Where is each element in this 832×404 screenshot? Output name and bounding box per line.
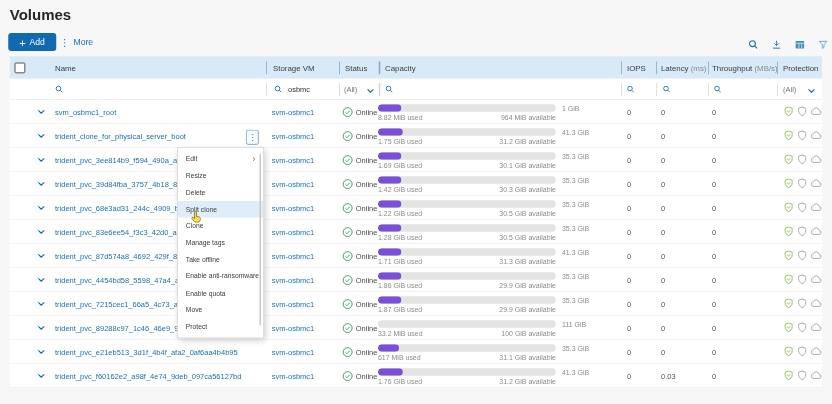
row-expand-chevron-icon[interactable] — [37, 348, 46, 357]
capacity-bar — [378, 105, 556, 112]
column-header-protection[interactable]: Protection — [783, 63, 818, 72]
name-filter-search-icon[interactable] — [55, 85, 64, 94]
status-filter-chevron-icon[interactable] — [366, 86, 375, 95]
throughput-filter-search-icon[interactable] — [713, 85, 722, 94]
throughput-value: 0 — [712, 324, 716, 332]
volume-name-link[interactable]: svm_osbmc1_root — [55, 108, 116, 116]
status-online-icon — [342, 131, 353, 142]
protection-icons — [783, 274, 822, 285]
storage-vm-link[interactable]: svm-osbmc1 — [272, 324, 315, 332]
menu-item-edit[interactable]: Edit› — [178, 151, 264, 168]
menu-item-manage-tags[interactable]: Manage tags — [178, 234, 264, 251]
row-expand-chevron-icon[interactable] — [37, 108, 46, 117]
menu-item-resize[interactable]: Resize — [178, 167, 264, 184]
search-icon[interactable] — [748, 39, 759, 50]
table-row: trident_pvc_39d84fba_3757_4b18_8210svm-o… — [10, 172, 822, 196]
column-header-name[interactable]: Name — [55, 63, 76, 72]
row-expand-chevron-icon[interactable] — [37, 156, 46, 165]
capacity-total: 111 GiB — [562, 321, 586, 329]
table-header: Name Storage VM Status Capacity IOPS Lat… — [10, 56, 822, 79]
filter-icon[interactable] — [818, 39, 829, 50]
select-all-checkbox[interactable] — [14, 62, 25, 73]
volume-name-link[interactable]: trident_pvc_e21eb513_3d1f_4b4f_afa2_0af6… — [55, 348, 238, 356]
row-expand-chevron-icon[interactable] — [37, 228, 46, 237]
storage-vm-filter-search-icon[interactable] — [274, 85, 283, 94]
menu-item-delete[interactable]: Delete — [178, 184, 264, 201]
menu-item-take-offline[interactable]: Take offline — [178, 251, 264, 268]
iops-value: 0 — [627, 276, 631, 284]
shield-icon — [797, 130, 808, 141]
shield-icon — [797, 202, 808, 213]
volume-name-link[interactable]: trident_pvc_89288c97_1c46_46e9_9667 — [55, 324, 191, 332]
latency-filter-search-icon[interactable] — [662, 85, 671, 94]
status-label: Online — [356, 252, 378, 260]
column-header-storage-vm[interactable]: Storage VM — [273, 63, 315, 72]
table-row: trident_pvc_3ee814b9_f594_490a_a245_svm-… — [10, 148, 822, 172]
capacity-available: 31.2 GiB available — [378, 138, 556, 146]
menu-scrollbar[interactable] — [259, 154, 261, 326]
storage-vm-link[interactable]: svm-osbmc1 — [272, 252, 315, 260]
storage-vm-link[interactable]: svm-osbmc1 — [272, 180, 315, 188]
row-expand-chevron-icon[interactable] — [37, 300, 46, 309]
table-row: trident_pvc_87d574a8_4692_429f_82b6svm-o… — [10, 244, 822, 268]
capacity-total: 35.3 GiB — [562, 297, 589, 305]
cloud-icon — [810, 346, 821, 357]
row-expand-chevron-icon[interactable] — [37, 252, 46, 261]
table-row: svm_osbmc1_rootsvm-osbmc1Online1 GiB8.82… — [10, 100, 822, 124]
column-header-capacity[interactable]: Capacity — [385, 63, 416, 72]
protection-filter-dropdown[interactable]: (All) — [783, 86, 796, 94]
menu-item-protect[interactable]: Protect — [178, 318, 264, 335]
volume-name-link[interactable]: trident_pvc_39d84fba_3757_4b18_8210 — [55, 180, 190, 188]
row-context-menu: Edit›ResizeDeleteSplit cloneCloneManage … — [177, 147, 264, 338]
storage-vm-link[interactable]: svm-osbmc1 — [272, 348, 315, 356]
submenu-arrow-icon: › — [252, 155, 255, 164]
row-expand-chevron-icon[interactable] — [37, 132, 46, 141]
storage-vm-link[interactable]: svm-osbmc1 — [272, 204, 315, 212]
row-expand-chevron-icon[interactable] — [37, 180, 46, 189]
protection-filter-chevron-icon[interactable] — [807, 86, 816, 95]
storage-vm-link[interactable]: svm-osbmc1 — [272, 228, 315, 236]
column-header-iops[interactable]: IOPS — [627, 63, 646, 72]
volume-name-link[interactable]: trident_pvc_7215cec1_66a5_4c73_a93c_ — [55, 300, 194, 308]
volume-name-link[interactable]: trident_pvc_3ee814b9_f594_490a_a245_ — [55, 156, 194, 164]
storage-vm-link[interactable]: svm-osbmc1 — [272, 372, 315, 380]
volume-name-link[interactable]: trident_pvc_83e6ee54_f3c3_42d0_a392_ — [55, 228, 193, 236]
row-expand-chevron-icon[interactable] — [37, 324, 46, 333]
capacity-bar — [378, 225, 556, 232]
volume-name-link[interactable]: trident_pvc_4454bd58_5598_47a4_ad6a — [55, 276, 192, 284]
iops-filter-search-icon[interactable] — [626, 85, 635, 94]
status-online-icon — [342, 155, 353, 166]
column-header-latency[interactable]: Latency (ms) — [661, 63, 707, 72]
volume-name-link[interactable]: trident_pvc_87d574a8_4692_429f_82b6 — [55, 252, 190, 260]
column-header-status[interactable]: Status — [345, 63, 367, 72]
storage-vm-link[interactable]: svm-osbmc1 — [272, 132, 315, 140]
storage-vm-filter-input[interactable]: osbmc — [288, 86, 310, 94]
status-filter-dropdown[interactable]: (All) — [344, 86, 357, 94]
row-actions-kebab-button[interactable]: ⋮ — [246, 130, 259, 145]
volume-name-link[interactable]: trident_pvc_f60162e2_a98f_4e74_9deb_097c… — [55, 372, 241, 380]
capacity-filter-search-icon[interactable] — [385, 85, 394, 94]
cloud-icon — [810, 178, 821, 189]
storage-vm-link[interactable]: svm-osbmc1 — [272, 276, 315, 284]
iops-value: 0 — [627, 372, 631, 380]
storage-vm-link[interactable]: svm-osbmc1 — [272, 108, 315, 116]
add-button[interactable]: +Add — [8, 33, 56, 51]
column-header-throughput[interactable]: Throughput (MB/s) — [712, 63, 778, 72]
row-expand-chevron-icon[interactable] — [37, 204, 46, 213]
row-expand-chevron-icon[interactable] — [37, 372, 46, 381]
shield-check-icon — [783, 178, 794, 189]
storage-vm-link[interactable]: svm-osbmc1 — [272, 156, 315, 164]
status-online-icon — [342, 323, 353, 334]
row-expand-chevron-icon[interactable] — [37, 276, 46, 285]
menu-item-move[interactable]: Move — [178, 301, 264, 318]
capacity-available: 31.1 GiB available — [378, 354, 556, 362]
more-button[interactable]: ⋮More — [60, 33, 93, 51]
download-icon[interactable] — [771, 39, 782, 50]
volume-name-link[interactable]: trident_pvc_68e3ad31_244c_4909_b0f1_ — [55, 204, 193, 212]
menu-item-enable-anti-ransomware[interactable]: Enable anti-ransomware — [178, 268, 264, 285]
latency-value: 0 — [661, 228, 665, 236]
menu-item-enable-quota[interactable]: Enable quota — [178, 285, 264, 302]
column-settings-icon[interactable] — [794, 39, 805, 50]
volume-name-link[interactable]: trident_clone_for_physical_server_boot — [55, 132, 186, 140]
storage-vm-link[interactable]: svm-osbmc1 — [272, 300, 315, 308]
